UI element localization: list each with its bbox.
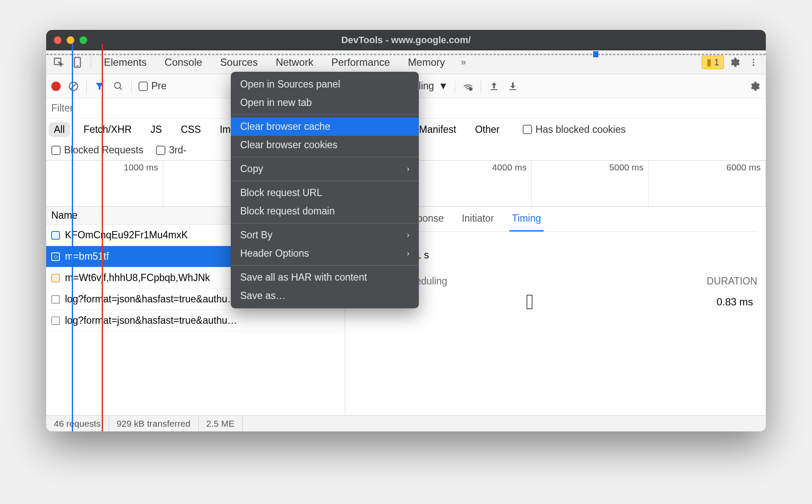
issues-badge[interactable]: ▮ 1 — [702, 56, 724, 69]
svg-rect-12 — [509, 89, 516, 90]
third-party-checkbox[interactable]: 3rd- — [156, 144, 186, 156]
tab-timing[interactable]: Timing — [509, 207, 544, 231]
context-menu-item[interactable]: Open in new tab — [231, 94, 419, 112]
blocked-requests-checkbox[interactable]: Blocked Requests — [51, 144, 143, 156]
svg-point-10 — [469, 87, 473, 91]
status-requests: 46 requests — [46, 416, 109, 431]
search-icon[interactable] — [112, 80, 124, 92]
filter-other[interactable]: Other — [470, 122, 505, 137]
kebab-menu-icon[interactable] — [745, 54, 762, 70]
filter-js[interactable]: JS — [145, 122, 167, 137]
inspect-icon[interactable] — [50, 54, 67, 70]
context-menu-item[interactable]: Clear browser cache — [231, 117, 419, 136]
record-button[interactable] — [51, 82, 61, 91]
status-transferred: 929 kB transferred — [109, 416, 199, 431]
context-menu-item[interactable]: Save as… — [231, 287, 419, 305]
minimize-window-button[interactable] — [67, 36, 74, 44]
file-icon: ⬚ — [51, 231, 60, 240]
context-menu-item[interactable]: Header Options› — [231, 244, 419, 263]
status-size: 2.5 ME — [199, 416, 243, 431]
traffic-lights — [54, 36, 87, 44]
queueing-bar — [527, 295, 533, 309]
status-bar: 46 requests 929 kB transferred 2.5 ME — [46, 415, 766, 431]
maximize-window-button[interactable] — [79, 36, 87, 44]
context-menu-item[interactable]: Sort By› — [231, 226, 419, 244]
svg-point-4 — [753, 62, 754, 63]
filter-icon[interactable] — [94, 80, 106, 92]
file-icon: ◇ — [51, 274, 60, 282]
upload-har-icon[interactable] — [488, 80, 500, 92]
issues-count: 1 — [714, 57, 719, 68]
filter-manifest[interactable]: Manifest — [414, 122, 462, 137]
has-blocked-cookies-checkbox[interactable]: Has blocked cookies — [523, 124, 626, 135]
request-row[interactable]: log?format=json&hasfast=true&authu… — [46, 310, 345, 331]
context-menu-item[interactable]: Copy› — [231, 160, 419, 178]
file-icon: ◇ — [51, 252, 60, 261]
svg-point-3 — [753, 59, 754, 60]
svg-point-5 — [753, 64, 754, 66]
clear-icon[interactable] — [68, 80, 79, 92]
filter-css[interactable]: CSS — [176, 122, 206, 137]
svg-rect-11 — [491, 89, 497, 90]
chevron-right-icon: › — [407, 231, 409, 240]
context-menu-item[interactable]: Clear browser cookies — [231, 136, 419, 154]
network-settings-icon[interactable] — [749, 80, 761, 92]
context-menu-item[interactable]: Block request domain — [231, 202, 419, 220]
more-tabs-icon[interactable]: » — [455, 54, 471, 70]
preserve-log-checkbox[interactable]: Pre — [138, 80, 167, 92]
titlebar: DevTools - www.google.com/ — [46, 30, 766, 50]
context-menu-item[interactable]: Open in Sources panel — [231, 75, 419, 94]
window-title: DevTools - www.google.com/ — [341, 35, 471, 46]
tab-initiator[interactable]: Initiator — [459, 207, 496, 231]
filter-fetch-xhr[interactable]: Fetch/XHR — [79, 122, 137, 137]
download-har-icon[interactable] — [507, 80, 519, 92]
filter-all[interactable]: All — [49, 122, 70, 137]
svg-point-8 — [115, 82, 121, 88]
context-menu: Open in Sources panelOpen in new tabClea… — [231, 72, 419, 308]
chevron-down-icon: ▼ — [438, 80, 448, 92]
context-menu-item[interactable]: Save all as HAR with content — [231, 268, 419, 287]
settings-icon[interactable] — [727, 54, 743, 70]
warning-icon: ▮ — [706, 57, 712, 68]
filter-input[interactable]: Filter — [51, 103, 73, 114]
network-conditions-icon[interactable] — [462, 80, 474, 92]
context-menu-item[interactable]: Block request URL — [231, 184, 419, 202]
close-window-button[interactable] — [54, 36, 62, 44]
file-icon — [51, 295, 60, 304]
file-icon — [51, 316, 60, 325]
svg-line-9 — [120, 88, 122, 90]
chevron-right-icon: › — [407, 164, 409, 173]
chevron-right-icon: › — [407, 249, 409, 258]
